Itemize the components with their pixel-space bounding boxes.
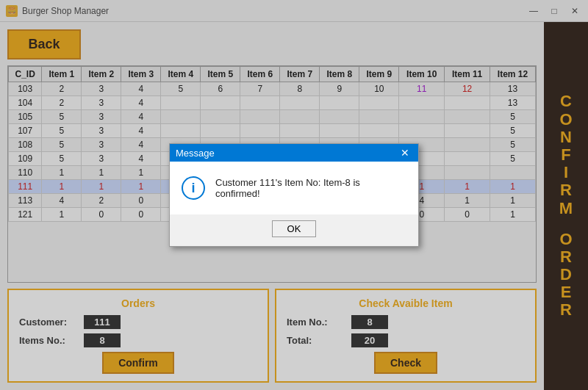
modal-close-button[interactable]: ✕ bbox=[398, 147, 412, 159]
info-icon: i bbox=[182, 176, 205, 200]
ok-button[interactable]: OK bbox=[272, 220, 317, 237]
modal-title: Message bbox=[176, 148, 215, 159]
modal-footer: OK bbox=[170, 214, 418, 246]
message-dialog: Message ✕ i Customer 111's Item No: Item… bbox=[169, 143, 419, 247]
modal-message: Customer 111's Item No: Item-8 is confir… bbox=[215, 177, 406, 199]
modal-overlay: Message ✕ i Customer 111's Item No: Item… bbox=[0, 0, 588, 390]
modal-titlebar: Message ✕ bbox=[170, 144, 418, 162]
modal-body: i Customer 111's Item No: Item-8 is conf… bbox=[170, 162, 418, 214]
